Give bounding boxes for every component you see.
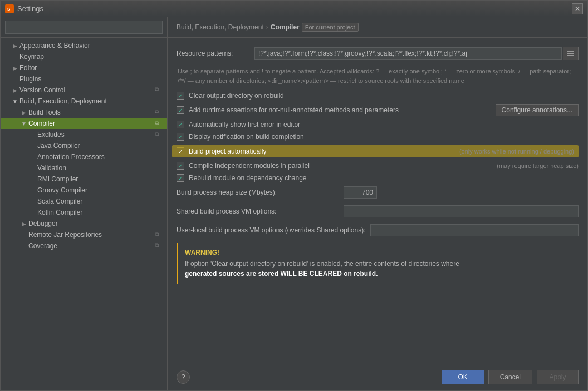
settings-tree: ▶ Appearance & Behavior ▶ Keymap ▶ Edito… xyxy=(1,38,167,390)
sidebar-item-appearance[interactable]: ▶ Appearance & Behavior xyxy=(1,40,167,51)
svg-rect-4 xyxy=(567,55,574,56)
checkbox-rebuild-on-change-row: Rebuild module on dependency change xyxy=(177,174,579,182)
hint-text: Use ; to separate patterns and ! to nega… xyxy=(177,67,579,85)
close-button[interactable]: ✕ xyxy=(572,3,583,14)
settings-window: S Settings ✕ ▶ Appearance & Behavior ▶ K… xyxy=(0,0,588,391)
checkbox-compile-parallel-row: Compile independent modules in parallel … xyxy=(177,162,579,170)
sidebar-item-label: Debugger xyxy=(28,220,58,227)
sidebar-item-label: Build, Execution, Deployment xyxy=(19,97,107,105)
sidebar-item-annotation-processors[interactable]: ▶ Annotation Processors xyxy=(1,151,167,162)
sidebar-item-label: Appearance & Behavior xyxy=(19,42,90,50)
sidebar-item-label: Version Control xyxy=(19,86,65,94)
sidebar-item-compiler[interactable]: ▼ Compiler ⧉ xyxy=(1,118,167,129)
checkbox-clear-output-row: Clear output directory on rebuild xyxy=(177,92,579,100)
svg-text:S: S xyxy=(7,7,11,12)
sidebar-item-java-compiler[interactable]: ▶ Java Compiler xyxy=(1,140,167,151)
build-automatically-checkbox[interactable] xyxy=(177,147,184,155)
sidebar-item-version-control[interactable]: ▶ Version Control ⧉ xyxy=(1,85,167,96)
shared-vm-input[interactable] xyxy=(344,205,579,217)
search-input[interactable] xyxy=(5,21,163,34)
configure-annotations-button[interactable]: Configure annotations... xyxy=(496,104,579,116)
rebuild-on-change-checkbox[interactable] xyxy=(177,174,184,182)
main-content: ▶ Appearance & Behavior ▶ Keymap ▶ Edito… xyxy=(1,17,587,390)
warning-text-part1: If option 'Clear output directory on reb… xyxy=(185,260,459,268)
add-runtime-checkbox[interactable] xyxy=(177,106,184,114)
sidebar-item-plugins[interactable]: ▶ Plugins xyxy=(1,73,167,85)
cancel-button[interactable]: Cancel xyxy=(488,370,532,384)
copy-icon: ⧉ xyxy=(155,86,163,94)
sidebar-item-remote-jar-repos[interactable]: ▶ Remote Jar Repositories ⧉ xyxy=(1,229,167,240)
checkbox-build-automatically-row: Build project automatically (only works … xyxy=(172,145,579,157)
footer: ? OK Cancel Apply xyxy=(168,363,587,390)
sidebar-item-label: Groovy Compiler xyxy=(37,186,87,194)
build-automatically-note: (only works while not running / debuggin… xyxy=(459,148,574,155)
sidebar-item-build-tools[interactable]: ▶ Build Tools ⧉ xyxy=(1,107,167,118)
resource-patterns-input[interactable] xyxy=(254,47,562,60)
warning-title: WARNING! xyxy=(185,249,572,256)
svg-rect-3 xyxy=(567,53,574,54)
auto-show-error-label: Automatically show first error in editor xyxy=(189,121,300,128)
copy-icon: ⧉ xyxy=(155,108,163,116)
svg-rect-2 xyxy=(567,51,574,52)
display-notification-checkbox[interactable] xyxy=(177,133,184,141)
sidebar-item-coverage[interactable]: ▶ Coverage ⧉ xyxy=(1,240,167,251)
sidebar-item-label: Remote Jar Repositories xyxy=(28,231,102,239)
arrow-open-icon: ▼ xyxy=(12,98,18,105)
sidebar-item-label: Validation xyxy=(37,164,66,172)
copy-icon: ⧉ xyxy=(155,120,163,127)
window-title: Settings xyxy=(17,4,572,13)
checkbox-display-notification-row: Display notification on build completion xyxy=(177,133,579,141)
heap-size-input[interactable] xyxy=(344,186,377,199)
user-local-vm-input[interactable] xyxy=(370,224,579,236)
sidebar-item-label: Keymap xyxy=(19,53,44,61)
apply-button[interactable]: Apply xyxy=(537,370,579,384)
sidebar-item-build-exec-deploy[interactable]: ▼ Build, Execution, Deployment xyxy=(1,96,167,107)
shared-vm-row: Shared build process VM options: xyxy=(177,205,579,217)
warning-text: If option 'Clear output directory on reb… xyxy=(185,259,572,279)
sidebar-item-groovy-compiler[interactable]: ▶ Groovy Compiler xyxy=(1,185,167,196)
sidebar-item-validation[interactable]: ▶ Validation xyxy=(1,162,167,174)
sidebar-item-excludes[interactable]: ▶ Excludes ⧉ xyxy=(1,129,167,140)
sidebar-item-scala-compiler[interactable]: ▶ Scala Compiler xyxy=(1,196,167,207)
sidebar-item-kotlin-compiler[interactable]: ▶ Kotlin Compiler xyxy=(1,207,167,218)
checkbox-auto-show-error-row: Automatically show first error in editor xyxy=(177,121,579,128)
resource-patterns-label: Resource patterns: xyxy=(177,50,254,57)
arrow-icon: ▶ xyxy=(21,109,27,116)
sidebar-item-label: Compiler xyxy=(28,120,55,127)
compile-parallel-checkbox[interactable] xyxy=(177,162,184,170)
display-notification-label: Display notification on build completion xyxy=(189,133,304,141)
sidebar-item-label: Coverage xyxy=(28,242,57,250)
sidebar-item-rmi-compiler[interactable]: ▶ RMI Compiler xyxy=(1,174,167,185)
arrow-icon: ▶ xyxy=(12,87,18,93)
sidebar-item-keymap[interactable]: ▶ Keymap xyxy=(1,51,167,62)
sidebar-item-debugger[interactable]: ▶ Debugger xyxy=(1,218,167,229)
sidebar: ▶ Appearance & Behavior ▶ Keymap ▶ Edito… xyxy=(1,17,168,390)
shared-vm-label: Shared build process VM options: xyxy=(177,207,344,215)
search-bar xyxy=(1,17,167,38)
sidebar-item-label: RMI Compiler xyxy=(37,175,78,183)
user-local-vm-label: User-local build process VM options (ove… xyxy=(177,226,366,234)
breadcrumb-current: Compiler xyxy=(271,23,300,31)
ok-button[interactable]: OK xyxy=(442,370,484,384)
auto-show-error-checkbox[interactable] xyxy=(177,121,184,128)
help-button[interactable]: ? xyxy=(177,370,190,384)
sidebar-item-label: Java Compiler xyxy=(37,142,80,150)
clear-output-checkbox[interactable] xyxy=(177,92,184,100)
sidebar-item-label: Build Tools xyxy=(28,108,61,116)
footer-left: ? xyxy=(177,370,190,384)
breadcrumb: Build, Execution, Deployment › Compiler … xyxy=(168,17,587,38)
breadcrumb-separator: › xyxy=(266,23,268,31)
sidebar-item-label: Kotlin Compiler xyxy=(37,209,82,216)
sidebar-item-editor[interactable]: ▶ Editor xyxy=(1,62,167,73)
add-runtime-label: Add runtime assertions for not-null-anno… xyxy=(189,106,399,114)
breadcrumb-tag: For current project xyxy=(302,23,359,32)
copy-icon: ⧉ xyxy=(155,231,163,239)
sidebar-item-label: Editor xyxy=(19,64,37,72)
resource-patterns-expand-button[interactable] xyxy=(563,47,579,60)
resource-patterns-row: Resource patterns: xyxy=(177,47,579,60)
warning-text-part2: generated sources are stored WILL BE CLE… xyxy=(185,270,378,278)
checkbox-add-runtime-row: Add runtime assertions for not-null-anno… xyxy=(177,104,579,116)
sidebar-item-label: Excludes xyxy=(37,131,65,138)
app-icon: S xyxy=(5,4,14,13)
clear-output-label: Clear output directory on rebuild xyxy=(189,92,284,100)
